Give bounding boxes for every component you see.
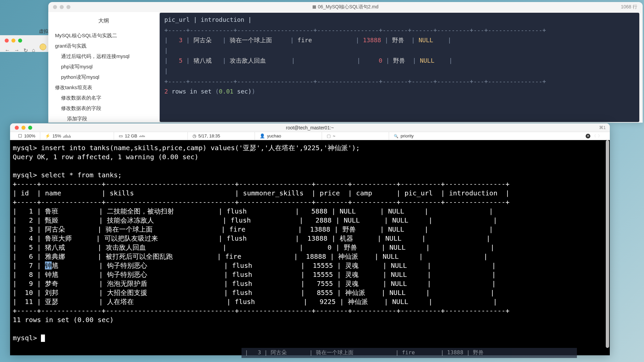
ghost-terminal-row: | 3 | 阿古朵 | 骑在一个球上面 | fire | 13888 | 野兽 <box>241 348 577 358</box>
editor-titlebar: 06_MySQl核心SQL语句2.md 1068 行 <box>48 2 643 12</box>
mem-bars-icon <box>139 135 145 137</box>
terminal-body[interactable]: mysql> insert into tanks(name,skills,pri… <box>10 140 610 355</box>
status-datetime: ◷ 5/17, 18:35 <box>188 132 255 140</box>
search-icon <box>394 133 398 138</box>
forward-icon[interactable]: → <box>14 47 19 54</box>
outline-item[interactable]: grant语句实践 <box>48 41 159 51</box>
close-icon[interactable] <box>53 5 57 9</box>
editor-traffic-lights <box>53 5 70 9</box>
editor-body: 大纲 MySQL核心SQL语句实践二grant语句实践通过后端代码，远程连接my… <box>48 12 643 123</box>
status-user[interactable]: 👤 yuchao <box>255 132 322 140</box>
editor-title-text: 06_MySQl核心SQL语句2.md <box>318 4 379 10</box>
folder-icon <box>327 133 331 138</box>
editor-title: 06_MySQl核心SQL语句2.md <box>53 4 638 10</box>
status-folder[interactable]: ~ <box>322 132 389 140</box>
datetime-value: 5/17, 18:35 <box>198 133 220 138</box>
chevron-right-icon[interactable]: 〉 <box>598 133 602 138</box>
zoom-value: 100% <box>24 133 35 138</box>
close-icon[interactable] <box>15 126 19 130</box>
status-mem: ▭ 12 GB <box>114 132 188 140</box>
status-search[interactable]: priority ✕ 〈 〉 <box>389 132 606 140</box>
home-icon[interactable]: ⌂ <box>32 47 35 54</box>
terminal-title: root@tech_master01:~ <box>14 125 606 130</box>
chevron-left-icon[interactable]: 〈 <box>592 133 596 138</box>
user-name: yuchao <box>267 133 281 138</box>
maximize-icon[interactable] <box>66 5 70 9</box>
cursor <box>41 335 45 342</box>
scrollbar[interactable] <box>606 140 609 355</box>
back-icon[interactable]: ← <box>5 47 10 54</box>
mem-icon: ▭ <box>119 133 123 138</box>
maximize-icon[interactable] <box>18 39 22 43</box>
user-icon: 👤 <box>260 133 265 138</box>
outline-title: 大纲 <box>48 17 159 24</box>
outline-item[interactable]: 通过后端代码，远程连接mysql <box>48 51 159 62</box>
mem-value: 12 GB <box>125 133 137 138</box>
search-text: priority <box>400 133 414 138</box>
terminal-statusbar: ☐ 100% ⚡ 15% ▭ 12 GB ◷ 5/17, 18:35 👤 yuc… <box>10 132 610 140</box>
minimize-icon[interactable] <box>21 126 25 130</box>
scrollbar-thumb[interactable] <box>606 140 609 348</box>
editor-lines-count: 1068 行 <box>621 4 637 10</box>
outline-item[interactable]: MySQL核心SQL语句实践二 <box>48 31 159 41</box>
outline-item[interactable]: 修改数据表的字段 <box>48 103 159 114</box>
maximize-icon[interactable] <box>28 126 32 130</box>
outline-list: MySQL核心SQL语句实践二grant语句实践通过后端代码，远程连接mysql… <box>48 31 159 123</box>
outline-item[interactable]: php读写mysql <box>48 62 159 72</box>
code-preview: pic_url | introduction | +-----+--------… <box>160 13 639 122</box>
outline-item[interactable]: python读写mysql <box>48 72 159 82</box>
snail-icon <box>40 44 46 50</box>
cpu-bars-icon <box>63 134 71 138</box>
outline-item[interactable]: 修改tanks坦克表 <box>48 82 159 93</box>
bolt-icon: ⚡ <box>45 133 50 138</box>
terminal-traffic-lights <box>15 126 32 130</box>
zoom-icon: ☐ <box>18 133 22 138</box>
outline-panel: 大纲 MySQL核心SQL语句实践二grant语句实践通过后端代码，远程连接my… <box>48 12 159 123</box>
vm-label: 虚拟 <box>39 28 48 35</box>
terminal-shortcut: ⌘1 <box>599 125 606 130</box>
terminal-window: root@tech_master01:~ ⌘1 ☐ 100% ⚡ 15% ▭ 1… <box>10 123 610 355</box>
minimize-icon[interactable] <box>60 5 64 9</box>
minimize-icon[interactable] <box>11 39 15 43</box>
outline-item[interactable]: 添加字段 <box>48 114 159 123</box>
status-zoom[interactable]: ☐ 100% <box>13 132 40 140</box>
reload-icon[interactable]: ↻ <box>23 47 28 54</box>
clear-search-icon[interactable]: ✕ <box>586 134 590 138</box>
editor-window: 06_MySQl核心SQL语句2.md 1068 行 大纲 MySQL核心SQL… <box>48 2 643 123</box>
terminal-titlebar: root@tech_master01:~ ⌘1 <box>10 123 610 132</box>
cpu-pct: 15% <box>52 133 61 138</box>
file-icon <box>313 5 316 9</box>
status-cpu: ⚡ 15% <box>40 132 114 140</box>
clock-icon: ◷ <box>193 133 196 138</box>
folder-path: ~ <box>333 133 335 138</box>
outline-item[interactable]: 修改数据表的名字 <box>48 93 159 103</box>
close-icon[interactable] <box>5 39 9 43</box>
